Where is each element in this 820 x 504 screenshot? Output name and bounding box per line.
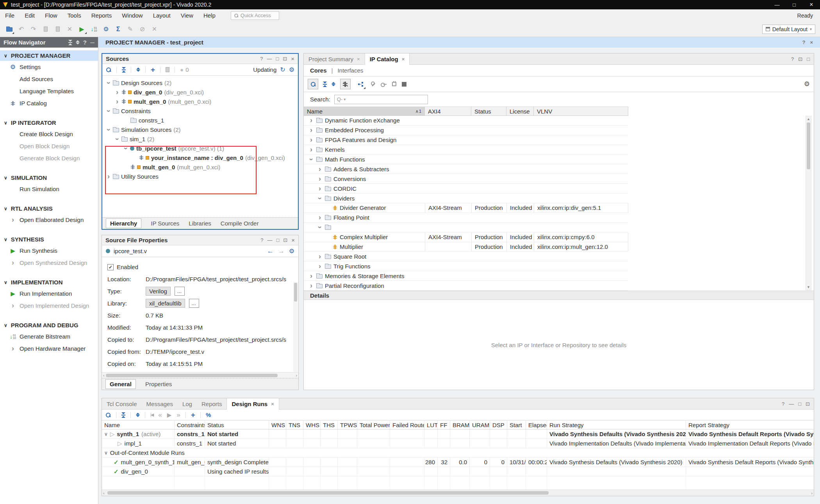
- filter-incompatible-button[interactable]: [340, 79, 351, 89]
- chevron-right-icon[interactable]: [317, 262, 323, 270]
- collapse-all-icon[interactable]: [68, 40, 72, 45]
- chevron-right-icon[interactable]: [308, 116, 314, 124]
- catalog-category-row[interactable]: Memories & Storage Elements: [304, 271, 628, 281]
- expand-all-icon[interactable]: [136, 413, 140, 417]
- group-by-hierarchy-button[interactable]: [355, 79, 366, 89]
- enabled-checkbox[interactable]: [107, 264, 114, 270]
- catalog-ip-row[interactable]: MultiplierProductionIncludedxilinx.com:i…: [304, 242, 628, 252]
- catalog-search-input[interactable]: Q-: [334, 95, 428, 104]
- tab-general[interactable]: General: [105, 379, 136, 389]
- column-uram[interactable]: URAM: [470, 421, 490, 429]
- search-toggle-button[interactable]: [308, 79, 318, 89]
- minimize-icon[interactable]: [267, 237, 272, 243]
- chevron-down-icon[interactable]: [105, 108, 113, 113]
- sidebar-item-open-implemented-design[interactable]: Open Implemented Design: [0, 300, 98, 312]
- menu-file[interactable]: File: [0, 12, 20, 19]
- chevron-right-icon[interactable]: [308, 126, 314, 134]
- run-icon[interactable]: [167, 412, 172, 419]
- tab-design-runs[interactable]: Design Runs: [226, 398, 279, 410]
- highlight-button[interactable]: [137, 24, 148, 34]
- catalog-category-row[interactable]: Trig Functions: [304, 261, 628, 271]
- column-status[interactable]: Status: [471, 107, 506, 115]
- maximize-icon[interactable]: [276, 56, 279, 62]
- float-icon[interactable]: [283, 237, 287, 243]
- column-whs[interactable]: WHS: [303, 421, 321, 429]
- float-icon[interactable]: [798, 56, 802, 62]
- close-icon[interactable]: [291, 237, 295, 243]
- back-icon[interactable]: [267, 247, 274, 255]
- run-row-div-gen-0[interactable]: div_gen_0 Using cached IP results: [102, 467, 814, 476]
- sidebar-item-open-elaborated-design[interactable]: Open Elaborated Design: [0, 214, 98, 226]
- chevron-right-icon[interactable]: [115, 88, 119, 96]
- tab-tcl-console[interactable]: Tcl Console: [102, 398, 142, 409]
- catalog-category-row[interactable]: Adders & Subtracters: [304, 164, 628, 174]
- help-icon[interactable]: [782, 401, 784, 407]
- sidebar-item-generate-bitstream[interactable]: ↓0110Generate Bitstream: [0, 330, 98, 343]
- chevron-right-icon[interactable]: [317, 213, 323, 222]
- chevron-right-icon[interactable]: [308, 282, 314, 290]
- minimize-icon[interactable]: [267, 56, 272, 62]
- sidebar-item-run-simulation[interactable]: Run Simulation: [0, 183, 98, 195]
- window-close-button[interactable]: [803, 1, 820, 8]
- vertical-scrollbar[interactable]: ▲▼: [806, 116, 811, 290]
- help-icon[interactable]: [83, 39, 87, 46]
- chevron-right-icon[interactable]: [308, 272, 314, 280]
- catalog-category-row[interactable]: Math Functions: [304, 155, 628, 165]
- settings-button[interactable]: [101, 24, 111, 34]
- sidebar-section-project-manager[interactable]: PROJECT MANAGER: [0, 50, 98, 61]
- menu-help[interactable]: Help: [198, 12, 221, 19]
- column-dsp[interactable]: DSP: [490, 421, 507, 429]
- column-lut[interactable]: LUT: [424, 421, 438, 429]
- sidebar-section-ip-integrator[interactable]: IP INTEGRATOR: [0, 117, 98, 128]
- tree-item-sim-1[interactable]: sim_1(2): [102, 134, 298, 144]
- catalog-ip-row[interactable]: Divider GeneratorAXI4-StreamProductionIn…: [304, 203, 628, 213]
- run-row-impl-1[interactable]: impl_1 constrs_1 Not started Vivado Impl…: [102, 439, 814, 448]
- column-tns[interactable]: TNS: [286, 421, 303, 429]
- menu-tools[interactable]: Tools: [62, 12, 86, 19]
- sidebar-item-add-sources[interactable]: Add Sources: [0, 73, 98, 85]
- sidebar-item-ip-catalog[interactable]: IP Catalog: [0, 97, 98, 109]
- column-axi4[interactable]: AXI4: [425, 107, 471, 115]
- square-icon[interactable]: [402, 82, 406, 87]
- maximize-icon[interactable]: [276, 237, 279, 243]
- delete-button[interactable]: [64, 24, 75, 34]
- run-row-mult-gen-0-synth-1[interactable]: mult_gen_0_synth_1 mult_gen_0 synth_desi…: [102, 458, 814, 467]
- chip-icon[interactable]: [392, 82, 396, 86]
- chevron-down-icon[interactable]: [105, 80, 113, 85]
- catalog-category-row[interactable]: Floating Point: [304, 213, 628, 223]
- undo-button[interactable]: [16, 24, 27, 34]
- column-status[interactable]: Status: [205, 421, 269, 429]
- window-maximize-button[interactable]: [786, 2, 803, 8]
- sidebar-item-run-implementation[interactable]: Run Implementation: [0, 287, 98, 300]
- chevron-right-icon[interactable]: [106, 172, 111, 181]
- column-tpws[interactable]: TPWS: [338, 421, 357, 429]
- forward-icon[interactable]: [278, 247, 285, 255]
- tree-item-constraints[interactable]: Constraints: [102, 106, 298, 115]
- tree-item-design-sources[interactable]: Design Sources(2): [102, 78, 298, 87]
- close-icon[interactable]: [402, 56, 405, 62]
- tab-log[interactable]: Log: [178, 398, 197, 409]
- column-elapsed[interactable]: Elapsed: [526, 421, 547, 429]
- refresh-icon[interactable]: [280, 66, 285, 73]
- menu-reports[interactable]: Reports: [86, 12, 117, 19]
- chevron-down-icon[interactable]: [316, 225, 324, 230]
- type-edit-button[interactable]: …: [175, 287, 185, 296]
- tree-item-mult-gen-0[interactable]: mult_gen_0(mult_gen_0.xci): [102, 97, 298, 106]
- close-view-icon[interactable]: [810, 39, 813, 45]
- column-run-strategy[interactable]: Run Strategy: [547, 421, 686, 429]
- key-icon[interactable]: [381, 82, 387, 87]
- markup-button[interactable]: [125, 24, 135, 34]
- chevron-right-icon[interactable]: [115, 98, 119, 106]
- sidebar-item-open-hardware-manager[interactable]: Open Hardware Manager: [0, 343, 98, 355]
- library-edit-button[interactable]: …: [189, 299, 199, 308]
- horizontal-scrollbar[interactable]: ‹›: [102, 372, 298, 378]
- chevron-down-icon[interactable]: [105, 127, 113, 132]
- tab-ip-catalog[interactable]: IP Catalog: [365, 53, 410, 65]
- open-project-button[interactable]: [4, 24, 14, 34]
- sidebar-item-open-synthesized-design[interactable]: Open Synthesized Design: [0, 257, 98, 269]
- redo-button[interactable]: [28, 24, 39, 34]
- tree-item-simulation-sources[interactable]: Simulation Sources(2): [102, 125, 298, 134]
- tab-ip-sources[interactable]: IP Sources: [151, 220, 179, 227]
- sidebar-item-language-templates[interactable]: Language Templates: [0, 85, 98, 97]
- expand-all-icon[interactable]: [136, 67, 140, 72]
